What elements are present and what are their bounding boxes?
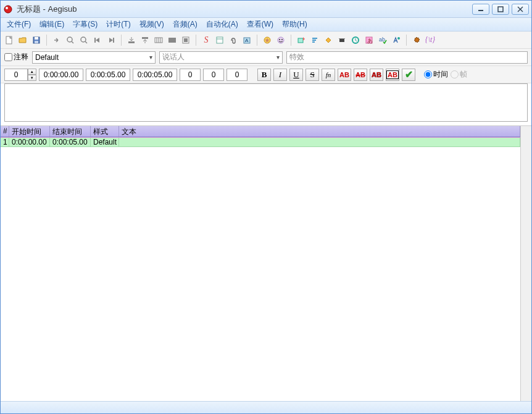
status-bar bbox=[1, 401, 531, 413]
menubar: 文件(F) 编辑(E) 字幕(S) 计时(T) 视频(V) 音频(A) 自动化(… bbox=[1, 18, 531, 32]
actor-input[interactable]: 说话人▾ bbox=[159, 51, 283, 64]
col-start[interactable]: 开始时间 bbox=[9, 126, 50, 137]
minimize-button[interactable] bbox=[472, 4, 489, 15]
svg-rect-25 bbox=[217, 37, 223, 43]
sort-icon[interactable] bbox=[309, 34, 321, 46]
attachments-icon[interactable] bbox=[227, 34, 239, 46]
end-time-input[interactable]: 0:00:05.00 bbox=[86, 69, 130, 81]
snap-scene-icon[interactable] bbox=[166, 34, 178, 46]
jump-end-icon[interactable] bbox=[105, 34, 117, 46]
grid-header: # 开始时间 结束时间 样式 文本 bbox=[1, 126, 520, 137]
menu-edit[interactable]: 编辑(E) bbox=[36, 18, 68, 31]
translation-icon[interactable] bbox=[390, 34, 402, 46]
svg-rect-16 bbox=[128, 41, 135, 43]
snap-end-icon[interactable] bbox=[139, 34, 151, 46]
cycle-tag-icon[interactable]: {\t} bbox=[424, 34, 436, 46]
svg-line-13 bbox=[85, 41, 87, 43]
resample-icon[interactable] bbox=[336, 34, 348, 46]
jump-start-icon[interactable] bbox=[91, 34, 104, 46]
duration-input[interactable]: 0:00:05.00 bbox=[133, 69, 177, 81]
strike-button[interactable]: S bbox=[305, 69, 319, 81]
svg-text:ab: ab bbox=[379, 36, 385, 43]
spellcheck-icon[interactable]: ab bbox=[376, 34, 389, 46]
primary-color-button[interactable]: AB bbox=[338, 69, 351, 81]
menu-timing[interactable]: 计时(T) bbox=[102, 18, 134, 31]
open-file-icon[interactable] bbox=[17, 34, 29, 46]
outline-color-button[interactable]: AB bbox=[370, 69, 383, 81]
properties-icon[interactable] bbox=[214, 34, 226, 46]
timing-post-icon[interactable] bbox=[349, 34, 362, 46]
style-manager-icon[interactable]: S bbox=[200, 34, 212, 46]
shift-times-icon[interactable] bbox=[295, 34, 307, 46]
comment-checkbox[interactable]: 注释 bbox=[4, 52, 28, 62]
grid-row[interactable]: 1 0:00:00.00 0:00:05.00 Default bbox=[1, 137, 520, 147]
menu-automation[interactable]: 自动化(A) bbox=[202, 18, 242, 31]
menu-subtitle[interactable]: 字幕(S) bbox=[69, 18, 101, 31]
effect-input[interactable]: 特效 bbox=[286, 51, 528, 64]
save-file-icon[interactable] bbox=[30, 34, 43, 46]
font-button[interactable]: fn bbox=[322, 69, 335, 81]
zoom-out-icon[interactable] bbox=[78, 34, 90, 46]
shift-frame-icon[interactable] bbox=[180, 34, 192, 46]
menu-file[interactable]: 文件(F) bbox=[3, 18, 35, 31]
zoom-in-icon[interactable] bbox=[64, 34, 77, 46]
subtitle-text-input[interactable] bbox=[4, 83, 528, 122]
svg-rect-17 bbox=[142, 37, 148, 39]
layer-spinner[interactable]: ▴▾ bbox=[28, 69, 36, 81]
menu-help[interactable]: 帮助(H) bbox=[278, 18, 311, 31]
svg-line-11 bbox=[72, 41, 73, 43]
select-lines-icon[interactable] bbox=[322, 34, 335, 46]
menu-video[interactable]: 视频(V) bbox=[136, 18, 168, 31]
jump-icon[interactable] bbox=[51, 34, 63, 46]
secondary-color-button[interactable]: AB bbox=[354, 69, 367, 81]
svg-text:あ: あ bbox=[367, 38, 373, 44]
edit-row-1: 注释 Default▾ 说话人▾ 特效 bbox=[1, 49, 531, 66]
menu-view[interactable]: 查看(W) bbox=[243, 18, 277, 31]
margin-vert-input[interactable]: 0 bbox=[227, 69, 247, 81]
vertical-scrollbar[interactable] bbox=[520, 126, 531, 401]
shadow-color-button[interactable]: AB bbox=[386, 69, 399, 81]
svg-rect-8 bbox=[35, 37, 38, 40]
time-radio[interactable]: 时间 bbox=[424, 69, 448, 80]
titlebar: 无标题 - Aegisub bbox=[1, 1, 531, 18]
svg-rect-15 bbox=[113, 38, 114, 43]
margin-right-input[interactable]: 0 bbox=[203, 69, 224, 81]
assdraw-icon[interactable] bbox=[275, 34, 287, 46]
svg-point-32 bbox=[281, 39, 283, 40]
frame-radio[interactable]: 帧 bbox=[451, 69, 467, 80]
grid-body[interactable] bbox=[1, 147, 520, 401]
window-title: 无标题 - Aegisub bbox=[17, 4, 472, 15]
svg-rect-3 bbox=[498, 7, 503, 12]
col-end[interactable]: 结束时间 bbox=[50, 126, 91, 137]
select-visible-icon[interactable] bbox=[152, 34, 165, 46]
svg-rect-14 bbox=[94, 38, 96, 43]
svg-text:A: A bbox=[245, 38, 249, 43]
commit-button[interactable]: ✔ bbox=[402, 69, 415, 81]
maximize-button[interactable] bbox=[492, 4, 509, 15]
menu-audio[interactable]: 音频(A) bbox=[169, 18, 201, 31]
svg-rect-9 bbox=[35, 41, 38, 43]
svg-point-0 bbox=[4, 6, 12, 13]
svg-point-1 bbox=[6, 7, 8, 9]
start-time-input[interactable]: 0:00:00.00 bbox=[39, 69, 83, 81]
col-num[interactable]: # bbox=[1, 126, 9, 137]
col-text[interactable]: 文本 bbox=[119, 126, 520, 137]
fonts-collector-icon[interactable]: A bbox=[241, 34, 253, 46]
edit-row-2: 0 ▴▾ 0:00:00.00 0:00:05.00 0:00:05.00 0 … bbox=[1, 66, 531, 83]
margin-left-input[interactable]: 0 bbox=[180, 69, 201, 81]
underline-button[interactable]: U bbox=[289, 69, 303, 81]
new-file-icon[interactable] bbox=[3, 34, 15, 46]
col-style[interactable]: 样式 bbox=[91, 126, 119, 137]
automation-icon[interactable] bbox=[261, 34, 273, 46]
italic-button[interactable]: I bbox=[273, 69, 287, 81]
options-icon[interactable] bbox=[410, 34, 423, 46]
svg-point-31 bbox=[279, 39, 280, 40]
layer-input[interactable]: 0 bbox=[4, 69, 28, 81]
style-select[interactable]: Default▾ bbox=[32, 51, 156, 64]
svg-point-10 bbox=[67, 37, 72, 42]
bold-button[interactable]: B bbox=[257, 69, 271, 81]
snap-start-icon[interactable] bbox=[125, 34, 138, 46]
close-button[interactable] bbox=[512, 4, 529, 15]
kanji-timer-icon[interactable]: あ bbox=[363, 34, 375, 46]
subtitle-grid: # 开始时间 结束时间 样式 文本 1 0:00:00.00 0:00:05.0… bbox=[1, 125, 531, 401]
